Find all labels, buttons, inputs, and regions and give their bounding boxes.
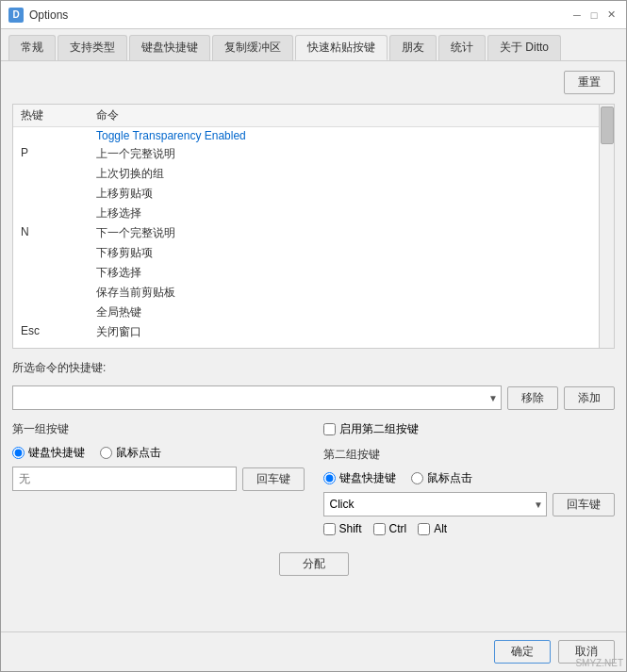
hotkey-table-wrapper: 热键 命令 Toggle Transparency EnabledP上一个完整说… bbox=[12, 104, 615, 349]
first-radio-mouse-label: 鼠标点击 bbox=[116, 445, 161, 461]
bottom-bar: 确定 取消 bbox=[1, 631, 626, 671]
second-group-dropdown-wrapper[interactable]: Click Right Click Double Click ▼ bbox=[323, 492, 548, 516]
shortcut-label-row: 所选命令的快捷键: bbox=[12, 360, 615, 376]
first-radio-mouse[interactable]: 鼠标点击 bbox=[100, 445, 161, 461]
alt-label: Alt bbox=[434, 522, 447, 535]
table-row[interactable]: 下移剪贴项 bbox=[13, 243, 599, 263]
shortcut-combo-row: ▼ 移除 添加 bbox=[12, 385, 615, 410]
assign-row: 分配 bbox=[12, 552, 615, 576]
enable-second-group-checkbox[interactable] bbox=[323, 423, 336, 435]
table-row[interactable]: 上移选择 bbox=[13, 204, 599, 223]
tab-quick-paste[interactable]: 快速粘贴按键 bbox=[295, 35, 388, 60]
first-radio-keyboard-label: 键盘快捷键 bbox=[28, 445, 85, 461]
minimize-button[interactable]: ─ bbox=[569, 8, 585, 23]
command-cell: 保存当前剪贴板 bbox=[89, 283, 599, 303]
close-button[interactable]: ✕ bbox=[603, 8, 619, 23]
second-radio-keyboard-input[interactable] bbox=[323, 472, 336, 484]
cancel-button[interactable]: 取消 bbox=[558, 640, 615, 664]
maximize-button[interactable]: □ bbox=[586, 8, 602, 23]
hotkey-cell: P bbox=[13, 144, 89, 164]
second-group-checkbox-row: Shift Ctrl Alt bbox=[323, 522, 616, 535]
hotkey-table[interactable]: 热键 命令 Toggle Transparency EnabledP上一个完整说… bbox=[13, 105, 599, 348]
hotkey-cell: N bbox=[13, 223, 89, 243]
shift-checkbox-label[interactable]: Shift bbox=[323, 522, 362, 535]
command-cell: 上移剪贴项 bbox=[89, 184, 599, 204]
ok-button[interactable]: 确定 bbox=[494, 640, 551, 664]
first-radio-keyboard-input[interactable] bbox=[12, 447, 25, 459]
command-cell: 上一个完整说明 bbox=[89, 144, 599, 164]
tab-keyboard-shortcuts[interactable]: 键盘快捷键 bbox=[129, 35, 210, 60]
ctrl-checkbox[interactable] bbox=[373, 523, 386, 535]
reset-button[interactable]: 重置 bbox=[564, 71, 615, 94]
table-row[interactable]: N下一个完整说明 bbox=[13, 223, 599, 243]
tab-support-type[interactable]: 支持类型 bbox=[58, 35, 127, 60]
table-row[interactable]: 保存当前剪贴板 bbox=[13, 283, 599, 303]
first-group-text-input[interactable] bbox=[12, 467, 237, 491]
hotkey-cell bbox=[13, 243, 89, 263]
hotkey-cell bbox=[13, 127, 89, 145]
shortcut-select[interactable] bbox=[12, 385, 502, 410]
hotkey-cell bbox=[13, 263, 89, 283]
assign-button[interactable]: 分配 bbox=[279, 552, 349, 576]
tab-stats[interactable]: 统计 bbox=[438, 35, 486, 60]
ctrl-checkbox-label[interactable]: Ctrl bbox=[373, 522, 407, 535]
alt-checkbox-label[interactable]: Alt bbox=[418, 522, 447, 535]
first-radio-mouse-input[interactable] bbox=[100, 447, 112, 459]
scrollbar[interactable] bbox=[599, 105, 614, 348]
col-hotkey: 热键 bbox=[13, 105, 89, 127]
tab-friends[interactable]: 朋友 bbox=[389, 35, 437, 60]
reset-row: 重置 bbox=[12, 71, 615, 94]
table-row[interactable]: Toggle Transparency Enabled bbox=[13, 127, 599, 145]
command-cell: Toggle Transparency Enabled bbox=[89, 127, 599, 145]
table-row[interactable]: 上移剪贴项 bbox=[13, 184, 599, 204]
second-radio-mouse-input[interactable] bbox=[411, 472, 423, 484]
title-bar-controls: ─ □ ✕ bbox=[569, 8, 619, 23]
alt-checkbox[interactable] bbox=[418, 523, 430, 535]
first-group-enter-btn[interactable]: 回车键 bbox=[242, 467, 305, 491]
remove-button[interactable]: 移除 bbox=[507, 386, 558, 410]
col-command: 命令 bbox=[89, 105, 599, 127]
app-icon: D bbox=[8, 8, 24, 23]
first-radio-keyboard[interactable]: 键盘快捷键 bbox=[12, 445, 85, 461]
command-cell: 下移选择 bbox=[89, 263, 599, 283]
first-group-radio-row: 键盘快捷键 鼠标点击 bbox=[12, 445, 305, 461]
second-group-enter-btn[interactable]: 回车键 bbox=[553, 493, 615, 516]
first-group-input-row: 回车键 bbox=[12, 467, 305, 491]
hotkey-cell: Esc bbox=[13, 322, 89, 342]
command-cell: 全局热键 bbox=[89, 303, 599, 322]
hotkey-cell bbox=[13, 184, 89, 204]
title-bar: D Options ─ □ ✕ bbox=[1, 1, 626, 29]
main-content: 重置 热键 命令 Toggle Transparency EnabledP上一个… bbox=[1, 61, 626, 631]
table-row[interactable]: P上一个完整说明 bbox=[13, 144, 599, 164]
second-group-select[interactable]: Click Right Click Double Click bbox=[323, 492, 548, 516]
enable-second-group-label: 启用第二组按键 bbox=[339, 421, 419, 437]
hotkey-cell bbox=[13, 204, 89, 223]
command-cell: 下一个完整说明 bbox=[89, 223, 599, 243]
tab-general[interactable]: 常规 bbox=[8, 35, 56, 60]
window-title: Options bbox=[29, 8, 68, 22]
enable-second-row: 启用第二组按键 bbox=[323, 421, 616, 437]
first-group-box: 第一组按键 键盘快捷键 鼠标点击 回车键 bbox=[12, 421, 305, 535]
tab-about[interactable]: 关于 Ditto bbox=[487, 35, 561, 60]
scroll-thumb[interactable] bbox=[601, 107, 614, 144]
shortcut-dropdown-wrapper[interactable]: ▼ bbox=[12, 385, 502, 410]
second-radio-mouse-label: 鼠标点击 bbox=[427, 470, 472, 486]
two-groups-section: 第一组按键 键盘快捷键 鼠标点击 回车键 bbox=[12, 421, 615, 535]
shift-checkbox[interactable] bbox=[323, 523, 336, 535]
second-radio-keyboard[interactable]: 键盘快捷键 bbox=[323, 470, 396, 486]
command-cell: 下移剪贴项 bbox=[89, 243, 599, 263]
second-radio-mouse[interactable]: 鼠标点击 bbox=[411, 470, 472, 486]
second-group-label: 第二组按键 bbox=[323, 447, 616, 463]
add-button[interactable]: 添加 bbox=[564, 386, 615, 410]
tab-copy-buffer[interactable]: 复制缓冲区 bbox=[212, 35, 293, 60]
second-group-input-row: Click Right Click Double Click ▼ 回车键 bbox=[323, 492, 616, 516]
title-bar-left: D Options bbox=[8, 8, 68, 23]
hotkey-cell bbox=[13, 164, 89, 184]
table-row[interactable]: Esc关闭窗口 bbox=[13, 322, 599, 342]
second-group-radio-row: 键盘快捷键 鼠标点击 bbox=[323, 470, 616, 486]
hotkey-cell bbox=[13, 283, 89, 303]
table-row[interactable]: 上次切换的组 bbox=[13, 164, 599, 184]
second-group-box: 启用第二组按键 第二组按键 键盘快捷键 鼠标点击 bbox=[323, 421, 616, 535]
table-row[interactable]: 全局热键 bbox=[13, 303, 599, 322]
table-row[interactable]: 下移选择 bbox=[13, 263, 599, 283]
